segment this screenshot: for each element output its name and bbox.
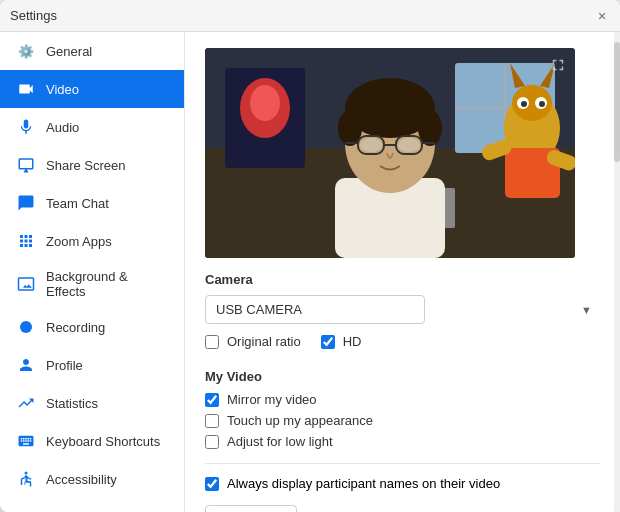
video-icon — [16, 79, 36, 99]
scrollbar-thumb[interactable] — [614, 42, 620, 162]
sidebar-label: Recording — [46, 320, 105, 335]
original-ratio-label: Original ratio — [227, 334, 301, 349]
svg-point-0 — [20, 321, 32, 333]
sidebar-item-general[interactable]: ⚙️ General — [0, 32, 184, 70]
lowlight-checkbox[interactable] — [205, 435, 219, 449]
svg-point-29 — [398, 138, 420, 152]
window-title: Settings — [10, 8, 57, 23]
svg-point-37 — [521, 101, 527, 107]
hd-row: HD — [321, 334, 362, 349]
original-ratio-checkbox[interactable] — [205, 335, 219, 349]
gear-icon: ⚙️ — [16, 41, 36, 61]
touchup-label: Touch up my appearance — [227, 413, 373, 428]
svg-point-28 — [360, 138, 382, 152]
sidebar-label: Statistics — [46, 396, 98, 411]
always-display-checkbox[interactable] — [205, 477, 219, 491]
sidebar-label: Profile — [46, 358, 83, 373]
hd-label: HD — [343, 334, 362, 349]
svg-point-6 — [250, 85, 280, 121]
keyboard-shortcuts-icon — [16, 431, 36, 451]
original-ratio-row: Original ratio — [205, 334, 301, 349]
sidebar-label: Video — [46, 82, 79, 97]
sidebar-item-zoom-apps[interactable]: Zoom Apps — [0, 222, 184, 260]
scrollbar-track[interactable] — [614, 32, 620, 512]
sidebar-item-background-effects[interactable]: Background & Effects — [0, 260, 184, 308]
dropdown-arrow-icon: ▼ — [581, 304, 592, 316]
sidebar-item-profile[interactable]: Profile — [0, 346, 184, 384]
main-panel: Camera USB CAMERA Built-in Camera Virtua… — [185, 32, 620, 512]
lowlight-row: Adjust for low light — [205, 434, 600, 449]
settings-window: Settings × ⚙️ General Video Audio — [0, 0, 620, 512]
camera-image — [205, 48, 575, 258]
profile-icon — [16, 355, 36, 375]
sidebar-label: Share Screen — [46, 158, 126, 173]
sidebar-item-accessibility[interactable]: Accessibility — [0, 460, 184, 498]
main-content: ⚙️ General Video Audio Share Screen — [0, 32, 620, 512]
sidebar-label: Background & Effects — [46, 269, 168, 299]
sidebar-label: Accessibility — [46, 472, 117, 487]
lowlight-label: Adjust for low light — [227, 434, 333, 449]
always-display-row: Always display participant names on thei… — [205, 476, 600, 491]
accessibility-icon — [16, 469, 36, 489]
audio-icon — [16, 117, 36, 137]
titlebar: Settings × — [0, 0, 620, 32]
touchup-checkbox[interactable] — [205, 414, 219, 428]
sidebar-label: General — [46, 44, 92, 59]
close-button[interactable]: × — [594, 8, 610, 24]
sidebar-item-audio[interactable]: Audio — [0, 108, 184, 146]
team-chat-icon — [16, 193, 36, 213]
statistics-icon — [16, 393, 36, 413]
sidebar-item-recording[interactable]: Recording — [0, 308, 184, 346]
sidebar-item-share-screen[interactable]: Share Screen — [0, 146, 184, 184]
sidebar-item-video[interactable]: Video — [0, 70, 184, 108]
hd-checkbox[interactable] — [321, 335, 335, 349]
share-screen-icon — [16, 155, 36, 175]
my-video-label: My Video — [205, 369, 600, 384]
mirror-label: Mirror my video — [227, 392, 317, 407]
svg-point-38 — [539, 101, 545, 107]
zoom-apps-icon — [16, 231, 36, 251]
divider — [205, 463, 600, 464]
sidebar: ⚙️ General Video Audio Share Screen — [0, 32, 185, 512]
camera-section-label: Camera — [205, 272, 600, 287]
svg-point-1 — [25, 472, 28, 475]
mirror-checkbox[interactable] — [205, 393, 219, 407]
touchup-row: Touch up my appearance — [205, 413, 600, 428]
camera-dropdown-container: USB CAMERA Built-in Camera Virtual Camer… — [205, 295, 600, 324]
sidebar-label: Team Chat — [46, 196, 109, 211]
camera-preview-inner — [205, 48, 575, 258]
sidebar-label: Audio — [46, 120, 79, 135]
camera-dropdown[interactable]: USB CAMERA Built-in Camera Virtual Camer… — [205, 295, 425, 324]
sidebar-item-team-chat[interactable]: Team Chat — [0, 184, 184, 222]
ratio-hd-row: Original ratio HD — [205, 334, 600, 355]
advanced-button[interactable]: Advanced — [205, 505, 297, 512]
my-video-section: My Video Mirror my video Touch up my app… — [205, 369, 600, 449]
preview-expand-icon[interactable] — [549, 56, 567, 78]
sidebar-label: Keyboard Shortcuts — [46, 434, 160, 449]
sidebar-item-statistics[interactable]: Statistics — [0, 384, 184, 422]
camera-preview — [205, 48, 575, 258]
sidebar-item-keyboard-shortcuts[interactable]: Keyboard Shortcuts — [0, 422, 184, 460]
recording-icon — [16, 317, 36, 337]
mirror-row: Mirror my video — [205, 392, 600, 407]
always-display-label: Always display participant names on thei… — [227, 476, 500, 491]
sidebar-label: Zoom Apps — [46, 234, 112, 249]
background-effects-icon — [16, 274, 36, 294]
